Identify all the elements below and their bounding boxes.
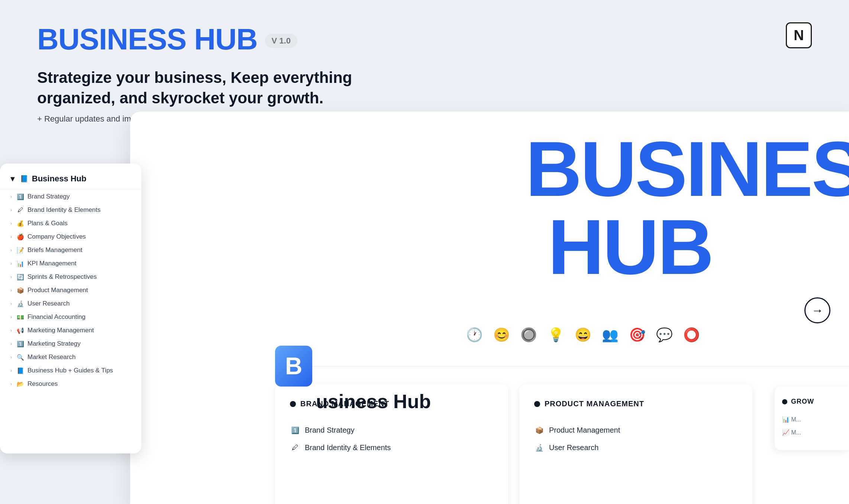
emoji-7: 🎯 [629,327,646,343]
title-row: BUSINESS HUB V 1.0 [37,22,812,56]
chevron-icon: › [10,194,12,199]
chevron-icon: › [10,314,12,320]
item-icon: 🖊 [16,207,25,213]
sidebar-item-brand-identity[interactable]: › 🖊 Brand Identity & Elements [0,203,141,217]
chevron-icon: › [10,301,12,306]
brand-panel-dot [290,401,296,407]
item-icon: 💰 [16,220,25,227]
chevron-icon: › [10,355,12,360]
item-icon: 💵 [16,314,25,321]
main-title: BUSINESS HUB [37,22,258,56]
chevron-icon: › [10,248,12,253]
sidebar-item-resources[interactable]: › 📂 Resources [0,377,141,391]
brand-item-1[interactable]: 1️⃣ Brand Strategy [290,421,493,439]
tagline: Strategize your business, Keep everythin… [37,68,812,108]
sidebar-item-user-research[interactable]: › 🔬 User Research [0,297,141,310]
brand-item-2-icon: 🖊 [290,444,300,452]
emoji-5: 😄 [575,327,591,343]
product-panel-header: PRODUCT MANAGEMENT [534,400,737,408]
emoji-4: 💡 [548,327,564,343]
item-label: Brand Identity & Elements [28,206,101,214]
sidebar-item-product-management[interactable]: › 📦 Product Management [0,284,141,297]
chevron-icon: › [10,274,12,280]
sidebar-item-marketing-strategy[interactable]: › 1️⃣ Marketing Strategy [0,337,141,350]
item-label: Marketing Management [28,327,94,334]
item-label: Resources [28,380,58,388]
item-label: Company Objectives [28,233,86,240]
sidebar-header-label: Business Hub [32,174,87,184]
brand-item-2[interactable]: 🖊 Brand Identity & Elements [290,439,493,456]
sidebar-items-list: › 1️⃣ Brand Strategy › 🖊 Brand Identity … [0,190,141,391]
product-panel: PRODUCT MANAGEMENT 📦 Product Management … [519,385,752,504]
chevron-icon: › [10,381,12,387]
item-icon: 📂 [16,381,25,388]
page-wrapper: N BUSINESS HUB V 1.0 Strategize your bus… [0,0,849,504]
sidebar-item-sprints[interactable]: › 🔄 Sprints & Retrospectives [0,270,141,284]
sidebar-item-brand-strategy[interactable]: › 1️⃣ Brand Strategy [0,190,141,203]
item-icon: 🔍 [16,354,25,361]
product-item-2-icon: 🔬 [534,444,545,452]
card-divider [290,366,849,366]
item-icon: 🔬 [16,300,25,307]
emoji-1: 🕐 [466,327,483,343]
sidebar-header-page-icon: 📘 [20,175,28,183]
card-title-line1: BUSINESS [526,130,849,208]
item-label: Business Hub + Guides & Tips [28,367,113,374]
emoji-9: ⭕ [683,327,700,343]
item-icon: 📢 [16,327,25,334]
item-icon: 🔄 [16,274,25,281]
sidebar-panel: ▼ 📘 Business Hub › 1️⃣ Brand Strategy › … [0,164,141,453]
card-big-title: BUSINESS HUB [526,130,849,286]
item-label: Briefs Management [28,246,82,254]
sidebar-item-marketing-management[interactable]: › 📢 Marketing Management [0,324,141,337]
business-hub-label: usiness Hub [316,390,431,413]
arrow-icon: → [811,304,823,317]
chevron-icon: › [10,234,12,239]
card-title-line2: HUB [526,208,849,286]
chevron-icon: › [10,341,12,346]
item-label: User Research [28,300,70,307]
product-panel-title: PRODUCT MANAGEMENT [545,400,644,408]
emoji-8: 💬 [656,327,673,343]
emoji-row: 🕐 😊 🔘 💡 😄 👥 🎯 💬 ⭕ [466,327,700,343]
chevron-icon: › [10,288,12,293]
grow-item-2: 📈 M... [782,426,842,439]
sidebar-item-kpi-management[interactable]: › 📊 KPI Management [0,257,141,270]
product-item-1-label: Product Management [549,426,620,434]
brand-item-1-label: Brand Strategy [305,426,354,434]
item-label: Market Research [28,353,75,361]
item-label: Financial Accounting [28,313,85,321]
item-icon: 1️⃣ [16,193,25,200]
sidebar-item-plans-goals[interactable]: › 💰 Plans & Goals [0,217,141,230]
item-label: Product Management [28,287,88,294]
main-card: BUSINESS HUB 🕐 😊 🔘 💡 😄 👥 🎯 💬 ⭕ B usiness… [130,112,849,504]
tagline-line2: organized, and skyrocket your growth. [37,88,812,109]
item-icon: 📝 [16,247,25,254]
sidebar-item-guides-tips[interactable]: › 📘 Business Hub + Guides & Tips [0,364,141,377]
grow-title: GROW [791,398,814,406]
item-label: Sprints & Retrospectives [28,273,97,281]
sidebar-header: ▼ 📘 Business Hub [0,164,141,190]
sidebar-item-market-research[interactable]: › 🔍 Market Research [0,350,141,364]
item-label: KPI Management [28,260,76,267]
product-panel-dot [534,401,540,407]
chevron-icon: › [10,368,12,373]
emoji-6: 👥 [602,327,619,343]
item-icon: 1️⃣ [16,340,25,348]
product-item-2[interactable]: 🔬 User Research [534,439,737,456]
arrow-button[interactable]: → [804,297,830,323]
brand-item-1-icon: 1️⃣ [290,426,300,434]
item-icon: 📘 [16,367,25,374]
item-icon: 🍎 [16,233,25,240]
chevron-icon: › [10,221,12,226]
item-icon: 📦 [16,287,25,294]
sidebar-item-briefs-management[interactable]: › 📝 Briefs Management [0,243,141,257]
chevron-icon: › [10,261,12,266]
sidebar-item-company-objectives[interactable]: › 🍎 Company Objectives [0,230,141,243]
header: BUSINESS HUB V 1.0 Strategize your busin… [37,22,812,124]
grow-items: 📊 M... 📈 M... [782,413,842,439]
item-label: Brand Strategy [28,193,70,200]
product-item-1[interactable]: 📦 Product Management [534,421,737,439]
chevron-icon: › [10,328,12,333]
sidebar-item-financial-accounting[interactable]: › 💵 Financial Accounting [0,310,141,324]
